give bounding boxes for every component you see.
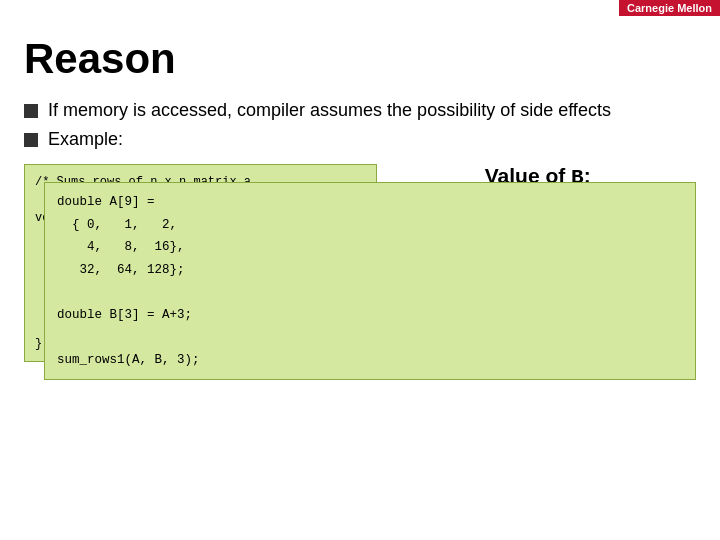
bullet-list: If memory is accessed, compiler assumes … [24, 100, 696, 150]
main-content: Reason If memory is accessed, compiler a… [0, 20, 720, 396]
bullet-icon [24, 133, 38, 147]
carnegie-mellon-logo: Carnegie Mellon [619, 0, 720, 16]
list-item: If memory is accessed, compiler assumes … [24, 100, 696, 121]
page-title: Reason [24, 36, 696, 82]
bullet-icon [24, 104, 38, 118]
bullet-text-1: If memory is accessed, compiler assumes … [48, 100, 611, 121]
list-item: Example: [24, 129, 696, 150]
code-block-init: double A[9] = { 0, 1, 2, 4, 8, 16}, 32, … [44, 182, 696, 380]
bullet-text-2: Example: [48, 129, 123, 150]
